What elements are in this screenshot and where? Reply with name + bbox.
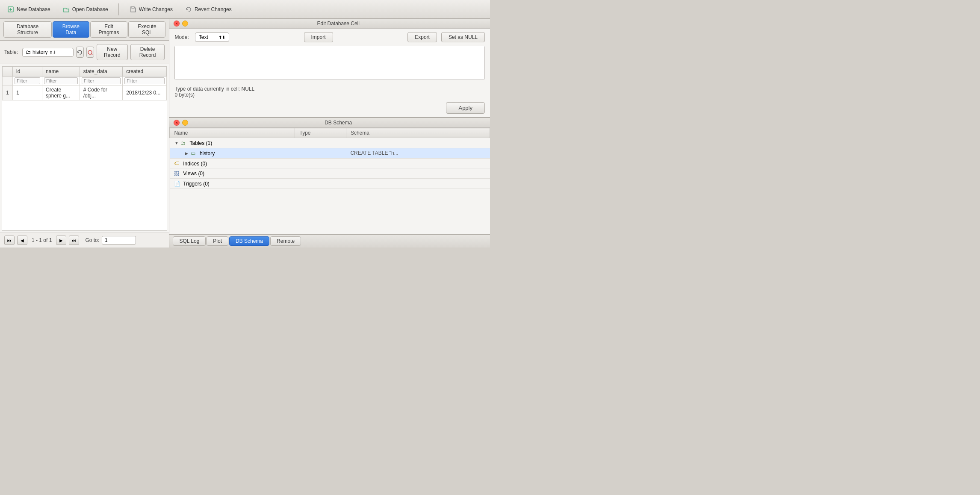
tab-database-structure[interactable]: Database Structure (3, 21, 52, 38)
history-toggle[interactable]: ▶ (184, 151, 189, 156)
filter-name-cell (42, 77, 80, 85)
edit-cell-content[interactable] (174, 46, 485, 80)
schema-row-views[interactable]: 🖼 Views (0) (170, 168, 490, 179)
delete-record-button[interactable]: Delete Record (130, 44, 165, 60)
table-selector[interactable]: 🗂 history ⬆⬇ (22, 48, 74, 57)
tab-remote[interactable]: Remote (270, 236, 301, 246)
goto-input[interactable] (102, 236, 136, 245)
cell-state-data[interactable]: # Code for /obj... (80, 85, 123, 100)
schema-history-schema: CREATE TABLE "h... (346, 148, 490, 158)
schema-table: Name Type Schema ▼ 🗂 Tables (1) (169, 128, 490, 189)
new-database-button[interactable]: New Database (5, 5, 52, 14)
mode-selector-arrow: ⬆⬇ (218, 35, 225, 40)
db-schema-close-button[interactable]: ✕ (174, 120, 180, 126)
col-header-name[interactable]: name (42, 67, 80, 77)
schema-col-name: Name (170, 128, 295, 138)
edit-cell-panel: ✕ Edit Database Cell Mode: Text ⬆⬇ Impor… (169, 19, 490, 118)
tab-browse-data[interactable]: Browse Data (53, 21, 89, 38)
schema-col-type: Type (295, 128, 346, 138)
table-selector-text: history (32, 49, 47, 55)
revert-changes-icon (185, 6, 192, 13)
schema-row-indices[interactable]: 🏷 Indices (0) (170, 158, 490, 168)
new-record-button[interactable]: New Record (97, 44, 128, 60)
main-toolbar: New Database Open Database Write Changes… (0, 0, 490, 19)
cell-name[interactable]: Create sphere g... (42, 85, 80, 100)
set-null-button[interactable]: Set as NULL (441, 32, 485, 42)
filter-name-input[interactable] (44, 77, 78, 84)
tables-label: Tables (1) (190, 140, 213, 146)
first-page-button[interactable]: ⏮ (4, 236, 15, 245)
prev-page-button[interactable]: ◀ (17, 236, 27, 245)
schema-history-type (295, 148, 346, 158)
edit-cell-footer: Apply (169, 100, 490, 117)
pagination: ⏮ ◀ 1 - 1 of 1 ▶ ⏭ Go to: (0, 233, 169, 248)
cell-created[interactable]: 2018/12/23 0... (123, 85, 167, 100)
schema-row-history[interactable]: ▶ 🗂 history CREATE TABLE "h... (170, 148, 490, 158)
schema-triggers-name: 📄 Triggers (0) (170, 179, 295, 189)
col-header-created[interactable]: created (123, 67, 167, 77)
col-header-id[interactable]: id (13, 67, 42, 77)
edit-cell-title-bar: ✕ Edit Database Cell (169, 19, 490, 29)
table-row[interactable]: 1 1 Create sphere g... # Code for /obj..… (3, 85, 167, 100)
open-database-button[interactable]: Open Database (61, 5, 110, 14)
db-schema-minimize-button[interactable] (182, 120, 188, 126)
data-table: id name state_data created (2, 66, 167, 100)
history-icon: 🗂 (191, 150, 197, 156)
schema-tables-name: ▼ 🗂 Tables (1) (170, 138, 295, 148)
last-page-button[interactable]: ⏭ (69, 236, 79, 245)
edit-cell-minimize-button[interactable] (182, 21, 188, 27)
filter-state-data-cell (80, 77, 123, 85)
tab-sql-log[interactable]: SQL Log (173, 236, 206, 246)
svg-line-4 (92, 54, 92, 55)
edit-cell-toolbar: Mode: Text ⬆⬇ Import Export Set as NULL (169, 29, 490, 46)
schema-triggers-type (295, 179, 346, 189)
mode-selector[interactable]: Text ⬆⬇ (195, 32, 229, 42)
data-table-container: id name state_data created (2, 66, 167, 231)
tables-toggle[interactable]: ▼ (174, 141, 179, 146)
schema-views-type (295, 168, 346, 179)
export-button[interactable]: Export (407, 32, 437, 42)
filter-button[interactable] (86, 47, 94, 58)
tab-plot[interactable]: Plot (207, 236, 228, 246)
filter-created-input[interactable] (124, 77, 165, 84)
indices-icon: 🏷 (174, 160, 180, 166)
schema-indices-name: 🏷 Indices (0) (170, 158, 295, 168)
schema-indices-schema (346, 158, 490, 168)
schema-row-tables[interactable]: ▼ 🗂 Tables (1) (170, 138, 490, 148)
edit-cell-info: Type of data currently in cell: NULL 0 b… (169, 83, 490, 100)
apply-button[interactable]: Apply (446, 102, 485, 114)
tab-db-schema[interactable]: DB Schema (229, 236, 269, 246)
schema-triggers-schema (346, 179, 490, 189)
col-header-state-data[interactable]: state_data (80, 67, 123, 77)
edit-cell-textarea[interactable] (175, 46, 484, 80)
schema-history-name: ▶ 🗂 history (170, 148, 295, 158)
schema-tables-type (295, 138, 346, 148)
schema-tables-schema (346, 138, 490, 148)
write-changes-button[interactable]: Write Changes (127, 5, 174, 14)
tab-bar: Database Structure Browse Data Edit Prag… (0, 19, 169, 41)
revert-changes-button[interactable]: Revert Changes (183, 5, 233, 14)
new-database-icon (7, 6, 15, 13)
tab-execute-sql[interactable]: Execute SQL (128, 21, 165, 38)
data-type-info: Type of data currently in cell: NULL (174, 86, 485, 92)
mode-label: Mode: (174, 34, 189, 40)
filter-state-data-input[interactable] (82, 77, 121, 84)
svg-point-3 (88, 50, 92, 54)
write-changes-icon (129, 6, 137, 13)
next-page-button[interactable]: ▶ (56, 236, 66, 245)
table-header-row: id name state_data created (3, 67, 167, 77)
schema-row-triggers[interactable]: 📄 Triggers (0) (170, 179, 490, 189)
refresh-button[interactable] (76, 47, 84, 58)
cell-id[interactable]: 1 (13, 85, 42, 100)
tab-edit-pragmas[interactable]: Edit Pragmas (90, 21, 128, 38)
filter-id-input[interactable] (15, 77, 40, 84)
table-label: Table: (4, 49, 18, 55)
row-number: 1 (3, 85, 13, 100)
import-button[interactable]: Import (304, 32, 333, 42)
byte-info: 0 byte(s) (174, 92, 485, 98)
revert-changes-label: Revert Changes (195, 6, 232, 12)
new-database-label: New Database (17, 6, 50, 12)
filter-created-cell (123, 77, 167, 85)
edit-cell-close-button[interactable]: ✕ (174, 21, 180, 27)
history-label: history (200, 150, 215, 156)
